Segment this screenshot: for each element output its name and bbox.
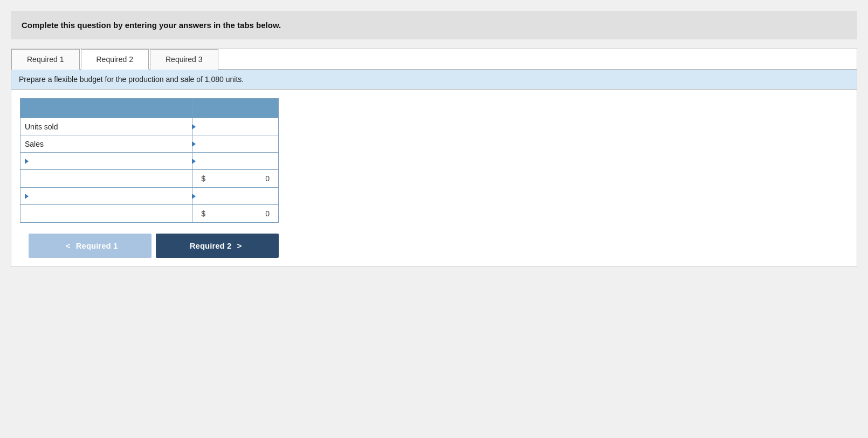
table-row (20, 153, 279, 170)
row-value-3[interactable] (192, 153, 279, 170)
row-value-sales[interactable] (192, 135, 279, 153)
next-chevron: > (237, 241, 242, 250)
row-label-5 (20, 188, 192, 205)
row-label-sales: Sales (20, 135, 192, 153)
table-container: Units sold Sales (11, 90, 857, 266)
row-label-units-sold: Units sold (20, 118, 192, 135)
dollar-sign-2: $ (201, 209, 205, 218)
tab-required3[interactable]: Required 3 (150, 49, 218, 70)
next-label: Required 2 (190, 241, 232, 250)
tab-required2[interactable]: Required 2 (81, 49, 149, 70)
input-sales[interactable] (192, 135, 278, 152)
input-row5[interactable] (192, 188, 278, 204)
row-label-3 (20, 153, 192, 170)
instruction-bar: Complete this question by entering your … (11, 11, 857, 39)
instruction-text: Complete this question by entering your … (22, 20, 846, 30)
table-row (20, 188, 279, 205)
table-row: $ 0 (20, 205, 279, 223)
row-value-units-sold[interactable] (192, 118, 279, 135)
budget-table: Units sold Sales (20, 98, 279, 223)
prev-button[interactable]: < Required 1 (29, 234, 151, 258)
value-number-1: 0 (265, 174, 270, 183)
table-row: $ 0 (20, 170, 279, 188)
tabs-row: Required 1 Required 2 Required 3 (11, 49, 857, 70)
next-button[interactable]: Required 2 > (156, 234, 279, 258)
navigation-row: < Required 1 Required 2 > (20, 234, 279, 258)
input-units-sold[interactable] (192, 118, 278, 135)
row-label-4 (20, 170, 192, 188)
page-container: Complete this question by entering your … (11, 11, 857, 267)
tab-required1[interactable]: Required 1 (11, 49, 80, 70)
description-text: Prepare a flexible budget for the produc… (19, 75, 244, 84)
description-bar: Prepare a flexible budget for the produc… (11, 70, 857, 90)
dollar-sign-1: $ (201, 174, 205, 183)
col-header-2 (192, 99, 279, 118)
prev-chevron: < (66, 241, 71, 250)
col-header-1 (20, 99, 192, 118)
row-value-6: $ 0 (192, 205, 279, 223)
input-row3[interactable] (192, 153, 278, 169)
row-value-5[interactable] (192, 188, 279, 205)
value-number-2: 0 (265, 209, 270, 218)
table-row: Units sold (20, 118, 279, 135)
row-value-4: $ 0 (192, 170, 279, 188)
table-row: Sales (20, 135, 279, 153)
row-label-6 (20, 205, 192, 223)
prev-label: Required 1 (76, 241, 118, 250)
content-area: Required 1 Required 2 Required 3 Prepare… (11, 48, 857, 267)
